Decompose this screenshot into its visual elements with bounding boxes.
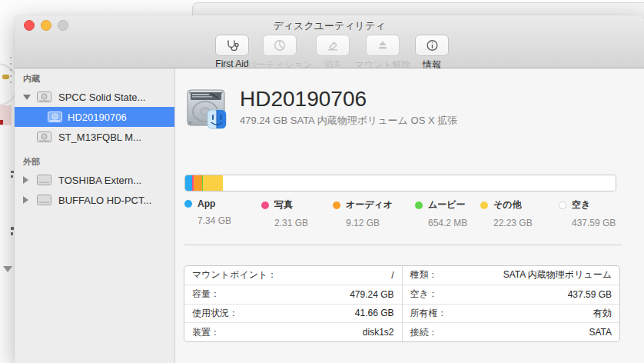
usage-bar [184, 175, 616, 191]
toolbar-partition: パーティション [244, 35, 315, 72]
partition-icon [273, 39, 287, 52]
legend-item-photos: 写真 2.31 GB [261, 198, 308, 228]
internal-drive-icon [37, 92, 51, 105]
finder-badge-icon [207, 110, 226, 128]
background-disclosure-icon [3, 266, 12, 272]
info-row-type: 種類： SATA 内蔵物理ボリューム [403, 266, 620, 285]
partition-button[interactable] [263, 35, 297, 56]
legend-dot [480, 201, 488, 209]
sidebar-item-label: ST_M13FQBL M... [58, 132, 141, 143]
sidebar: 内蔵 SPCC Solid State... HD20190706 [15, 68, 175, 363]
sidebar-item-spcc[interactable]: SPCC Solid State... [15, 87, 174, 107]
info-table: マウントポイント： / 容量： 479.24 GB 使用状況： 41.66 GB [184, 265, 620, 342]
sidebar-section-external: 外部 [15, 155, 174, 170]
legend-dot [333, 201, 340, 209]
background-artifact-mark [11, 227, 14, 230]
legend-item-app: App 7.34 GB [184, 198, 231, 226]
disclosure-open-icon[interactable] [23, 95, 31, 100]
sidebar-item-buffalo[interactable]: BUFFALO HD-PCT... [15, 190, 174, 210]
background-artifact-dots [10, 57, 12, 83]
info-row-used: 使用状況： 41.66 GB [184, 304, 402, 323]
disclosure-closed-icon[interactable] [23, 196, 28, 204]
info-row-device: 装置： disk1s2 [184, 322, 402, 341]
legend-item-movies: ムービー 654.2 MB [415, 198, 467, 228]
legend-item-audio: オーディオ 9.12 GB [333, 198, 393, 228]
legend-dot [184, 200, 192, 208]
titlebar[interactable]: ディスクユーティリティ First Aid [15, 15, 644, 68]
toolbar-unmount: マウント解除 [350, 35, 415, 72]
eject-icon [376, 39, 390, 52]
sidebar-item-label: TOSHIBA Extern... [58, 175, 141, 186]
external-drive-icon [37, 195, 51, 208]
main-content: HD20190706 479.24 GB SATA 内蔵物理ボリューム OS X… [175, 68, 644, 363]
sidebar-item-hd20190706[interactable]: HD20190706 [15, 107, 174, 127]
legend-dot [415, 201, 423, 209]
info-row-ownership: 所有権： 有効 [403, 304, 620, 323]
sidebar-item-label: HD20190706 [68, 112, 127, 123]
sidebar-item-label: SPCC Solid State... [58, 92, 145, 103]
legend-dot [559, 201, 566, 209]
background-artifact-mark [11, 232, 13, 235]
unmount-eject-icon-button[interactable] [366, 35, 400, 56]
internal-drive-icon [37, 132, 51, 145]
disk-utility-window: ディスクユーティリティ First Aid [15, 15, 644, 363]
legend-item-free: 空き 437.59 GB [559, 198, 616, 228]
sidebar-item-st-m13fqbl[interactable]: ST_M13FQBL M... [15, 127, 174, 147]
volume-title: HD20190706 [240, 88, 457, 112]
section-divider [184, 245, 622, 245]
volume-icon [48, 112, 62, 125]
background-artifact-mark [11, 171, 14, 173]
window-title: ディスクユーティリティ [15, 19, 644, 33]
toolbar-info: 情報 [409, 35, 455, 72]
eraser-icon [325, 39, 340, 52]
background-artifact-mark [11, 175, 13, 178]
background-artifact-red [0, 120, 3, 125]
volume-subtitle: 479.24 GB SATA 内蔵物理ボリューム OS X 拡張 [240, 114, 457, 128]
external-drive-icon [37, 175, 51, 188]
usage-legend: App 7.34 GB 写真 2.31 GB オーディオ 9.12 GB ムービ… [184, 198, 626, 231]
background-artifact-dash [2, 75, 9, 79]
info-row-connection: 接続： SATA [403, 322, 620, 341]
info-row-available: 空き： 437.59 GB [403, 285, 620, 304]
disclosure-closed-icon[interactable] [23, 176, 28, 184]
sidebar-section-internal: 内蔵 [15, 72, 174, 87]
info-button[interactable] [415, 35, 449, 56]
stethoscope-icon [224, 39, 240, 52]
sidebar-item-toshiba[interactable]: TOSHIBA Extern... [15, 170, 174, 190]
info-row-mount-point: マウントポイント： / [184, 266, 402, 285]
erase-button[interactable] [316, 35, 350, 56]
screen: ディスクユーティリティ First Aid [0, 0, 644, 363]
sidebar-item-label: BUFFALO HD-PCT... [58, 195, 151, 206]
hard-drive-icon [184, 86, 227, 129]
info-row-capacity: 容量： 479.24 GB [184, 285, 402, 304]
legend-dot [261, 201, 269, 209]
info-icon [426, 39, 439, 52]
toolbar-erase: 消去 [310, 35, 356, 72]
legend-item-other: その他 22.23 GB [480, 198, 533, 228]
